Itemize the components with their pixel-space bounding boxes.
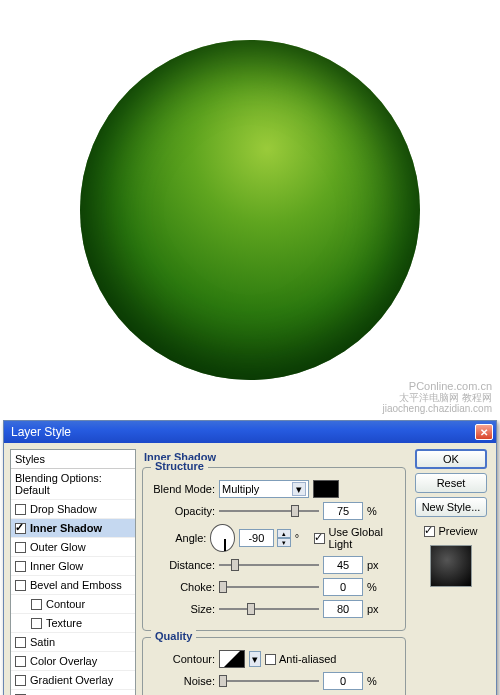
- noise-slider[interactable]: [219, 672, 319, 690]
- style-row-label: Gradient Overlay: [30, 674, 113, 686]
- contour-label: Contour:: [151, 653, 215, 665]
- checkbox-icon: [15, 675, 26, 686]
- button-column: OK Reset New Style... Preview: [412, 449, 490, 695]
- style-row-label: Contour: [46, 598, 85, 610]
- style-row[interactable]: Satin: [11, 633, 135, 652]
- style-row[interactable]: Pattern Overlay: [11, 690, 135, 695]
- checkbox-icon: [15, 561, 26, 572]
- checkbox-icon: [424, 526, 435, 537]
- style-row[interactable]: Contour: [11, 595, 135, 614]
- checkbox-icon: [15, 504, 26, 515]
- dialog-title: Layer Style: [7, 425, 475, 439]
- checkbox-icon: [15, 637, 26, 648]
- style-row-label: Outer Glow: [30, 541, 86, 553]
- preview-label: Preview: [438, 525, 477, 537]
- style-row[interactable]: Outer Glow: [11, 538, 135, 557]
- layer-style-dialog: Layer Style ✕ Styles Blending Options: D…: [3, 420, 497, 695]
- quality-group: Quality Contour: ▾ Anti-aliased Noise: 0…: [142, 637, 406, 695]
- anti-aliased-checkbox[interactable]: Anti-aliased: [265, 653, 336, 665]
- checkbox-icon: [15, 656, 26, 667]
- style-row[interactable]: Texture: [11, 614, 135, 633]
- size-label: Size:: [151, 603, 215, 615]
- structure-legend: Structure: [151, 460, 208, 472]
- style-row-label: Color Overlay: [30, 655, 97, 667]
- size-slider[interactable]: [219, 600, 319, 618]
- watermark-line: 太平洋电脑网 教程网: [382, 392, 492, 403]
- style-row-label: Inner Shadow: [30, 522, 102, 534]
- close-button[interactable]: ✕: [475, 424, 493, 440]
- quality-legend: Quality: [151, 630, 196, 642]
- choke-slider[interactable]: [219, 578, 319, 596]
- opacity-label: Opacity:: [151, 505, 215, 517]
- opacity-input[interactable]: 75: [323, 502, 363, 520]
- blend-mode-value: Multiply: [222, 483, 259, 495]
- blending-options-row[interactable]: Blending Options: Default: [11, 469, 135, 500]
- checkbox-icon: [31, 618, 42, 629]
- style-row[interactable]: Inner Glow: [11, 557, 135, 576]
- opacity-slider[interactable]: [219, 502, 319, 520]
- titlebar[interactable]: Layer Style ✕: [4, 421, 496, 443]
- watermark-line: jiaocheng.chazidian.com: [382, 403, 492, 414]
- styles-list: Styles Blending Options: Default Drop Sh…: [10, 449, 136, 695]
- green-sphere: [80, 40, 420, 380]
- global-light-label: Use Global Light: [328, 526, 397, 550]
- angle-unit: °: [295, 532, 311, 544]
- size-unit: px: [367, 603, 385, 615]
- blend-mode-select[interactable]: Multiply ▾: [219, 480, 309, 498]
- ok-button[interactable]: OK: [415, 449, 487, 469]
- style-row[interactable]: Drop Shadow: [11, 500, 135, 519]
- choke-label: Choke:: [151, 581, 215, 593]
- choke-unit: %: [367, 581, 385, 593]
- angle-dial[interactable]: [210, 524, 235, 552]
- canvas-area: PConline.com.cn 太平洋电脑网 教程网 jiaocheng.cha…: [0, 0, 500, 420]
- checkbox-icon: [15, 542, 26, 553]
- style-row[interactable]: Inner Shadow: [11, 519, 135, 538]
- structure-group: Structure Blend Mode: Multiply ▾ Opacity…: [142, 467, 406, 631]
- main-panel: Inner Shadow Structure Blend Mode: Multi…: [142, 449, 406, 695]
- contour-picker[interactable]: [219, 650, 245, 668]
- checkbox-icon: [31, 599, 42, 610]
- distance-input[interactable]: 45: [323, 556, 363, 574]
- distance-label: Distance:: [151, 559, 215, 571]
- style-row[interactable]: Color Overlay: [11, 652, 135, 671]
- styles-header[interactable]: Styles: [11, 450, 135, 469]
- preview-checkbox[interactable]: Preview: [424, 525, 477, 537]
- style-row-label: Texture: [46, 617, 82, 629]
- anti-aliased-label: Anti-aliased: [279, 653, 336, 665]
- style-row-label: Bevel and Emboss: [30, 579, 122, 591]
- noise-label: Noise:: [151, 675, 215, 687]
- angle-stepper[interactable]: ▴▾: [277, 529, 291, 547]
- style-row-label: Drop Shadow: [30, 503, 97, 515]
- angle-input[interactable]: -90: [239, 529, 274, 547]
- watermark-line: PConline.com.cn: [382, 380, 492, 392]
- size-input[interactable]: 80: [323, 600, 363, 618]
- reset-button[interactable]: Reset: [415, 473, 487, 493]
- noise-input[interactable]: 0: [323, 672, 363, 690]
- distance-slider[interactable]: [219, 556, 319, 574]
- color-swatch[interactable]: [313, 480, 339, 498]
- style-row[interactable]: Gradient Overlay: [11, 671, 135, 690]
- distance-unit: px: [367, 559, 385, 571]
- angle-label: Angle:: [151, 532, 206, 544]
- checkbox-icon: [314, 533, 325, 544]
- global-light-checkbox[interactable]: Use Global Light: [314, 526, 397, 550]
- chevron-down-icon: ▾: [292, 482, 306, 496]
- style-row-label: Satin: [30, 636, 55, 648]
- noise-unit: %: [367, 675, 385, 687]
- style-row-label: Inner Glow: [30, 560, 83, 572]
- style-row[interactable]: Bevel and Emboss: [11, 576, 135, 595]
- blend-mode-label: Blend Mode:: [151, 483, 215, 495]
- watermark: PConline.com.cn 太平洋电脑网 教程网 jiaocheng.cha…: [382, 380, 492, 414]
- new-style-button[interactable]: New Style...: [415, 497, 487, 517]
- checkbox-icon: [15, 523, 26, 534]
- chevron-down-icon[interactable]: ▾: [249, 651, 261, 667]
- checkbox-icon: [15, 580, 26, 591]
- preview-swatch: [430, 545, 472, 587]
- checkbox-icon: [265, 654, 276, 665]
- choke-input[interactable]: 0: [323, 578, 363, 596]
- opacity-unit: %: [367, 505, 385, 517]
